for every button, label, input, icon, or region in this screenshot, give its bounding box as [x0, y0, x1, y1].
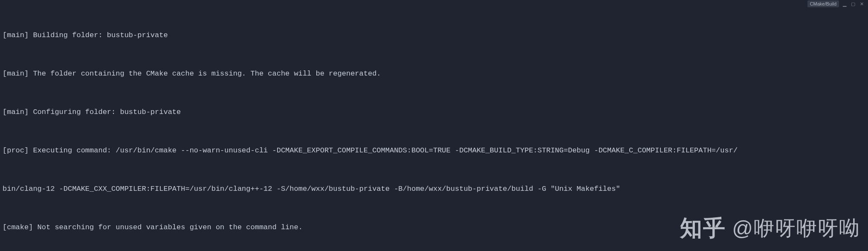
panel-title-pill: CMake/Build: [807, 0, 839, 7]
log-line: [proc] Executing command: /usr/bin/cmake…: [3, 144, 865, 157]
log-line: [main] Configuring folder: bustub-privat…: [3, 106, 865, 119]
minimize-icon[interactable]: ▁: [842, 1, 848, 7]
maximize-icon[interactable]: ▢: [850, 1, 856, 7]
close-icon[interactable]: ✕: [859, 1, 865, 7]
log-line: bin/clang-12 -DCMAKE_CXX_COMPILER:FILEPA…: [3, 183, 865, 196]
panel-topbar: CMake/Build ▁ ▢ ✕: [807, 0, 868, 8]
log-line: [main] Building folder: bustub-private: [3, 29, 865, 42]
log-line: [cmake] Not searching for unused variabl…: [3, 221, 865, 234]
terminal-output[interactable]: [main] Building folder: bustub-private […: [0, 0, 868, 251]
log-line: [main] The folder containing the CMake c…: [3, 67, 865, 80]
